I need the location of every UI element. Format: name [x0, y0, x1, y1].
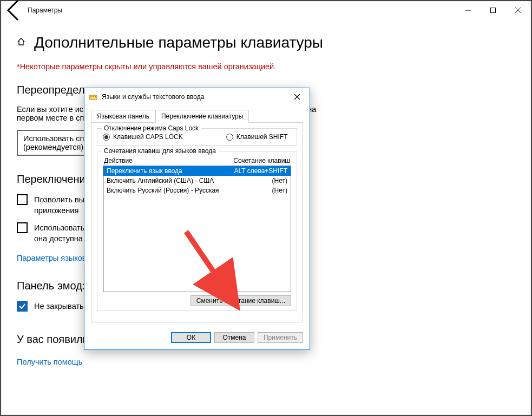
- svg-rect-5: [95, 96, 96, 97]
- window-title: Параметры: [28, 6, 62, 14]
- page-title: Дополнительные параметры клавиатуры: [34, 34, 323, 51]
- group-capslock-off: Отключение режима Caps Lock Клавишей CAP…: [97, 128, 297, 146]
- group-input-hotkeys: Сочетания клавиш для языков ввода Действ…: [97, 151, 297, 311]
- list-item-keys: ALT слева+SHIFT: [234, 167, 288, 175]
- tab-keyboard-switch[interactable]: Переключение клавиатуры: [155, 110, 249, 123]
- policy-warning: *Некоторые параметры скрыты или управляю…: [17, 62, 515, 71]
- col-keys: Сочетание клавиш: [233, 157, 290, 164]
- list-item-action: Включить Русский (Россия) - Русская: [107, 187, 219, 194]
- list-item[interactable]: Переключить язык ввода ALT слева+SHIFT: [103, 166, 291, 176]
- svg-rect-3: [90, 96, 91, 97]
- checkbox-per-app-input[interactable]: [17, 194, 28, 205]
- ok-button[interactable]: ОК: [171, 332, 211, 343]
- col-action: Действие: [104, 157, 133, 164]
- radio-icon: [226, 134, 233, 141]
- radio-caps-caps[interactable]: Клавишей CAPS LOCK: [103, 133, 183, 141]
- apply-button[interactable]: Применить: [258, 332, 303, 343]
- radio-label: Клавишей CAPS LOCK: [113, 133, 183, 141]
- close-button[interactable]: [505, 2, 530, 19]
- radio-label: Клавишей SHIFT: [237, 133, 288, 141]
- list-item-action: Включить Английский (США) - США: [107, 177, 214, 184]
- text-services-dialog: Языки и службы текстового ввода Языковая…: [84, 88, 310, 350]
- tab-language-panel[interactable]: Языковая панель: [91, 110, 155, 122]
- home-icon[interactable]: [17, 37, 25, 48]
- checkbox-keep-emoji-panel[interactable]: [17, 301, 28, 312]
- checkbox-desktop-lang-bar[interactable]: [17, 222, 28, 233]
- maximize-button[interactable]: [481, 2, 505, 19]
- radio-icon: [103, 134, 110, 141]
- back-button[interactable]: [2, 2, 28, 19]
- list-item-action: Переключить язык ввода: [107, 167, 182, 175]
- svg-rect-1: [491, 8, 496, 13]
- get-help-link[interactable]: Получить помощь: [17, 358, 82, 366]
- svg-rect-4: [93, 96, 94, 97]
- group-capslock-legend: Отключение режима Caps Lock: [102, 124, 201, 132]
- dialog-titlebar: Языки и службы текстового ввода: [84, 88, 310, 105]
- minimize-button[interactable]: [456, 2, 481, 19]
- radio-caps-shift[interactable]: Клавишей SHIFT: [226, 133, 288, 141]
- list-item[interactable]: Включить Русский (Россия) - Русская (Нет…: [103, 186, 291, 195]
- keyboard-icon: [89, 93, 97, 101]
- hotkey-listbox[interactable]: Переключить язык ввода ALT слева+SHIFT В…: [103, 166, 291, 292]
- dialog-title: Языки и службы текстового ввода: [102, 93, 204, 101]
- list-item[interactable]: Включить Английский (США) - США (Нет): [103, 176, 291, 186]
- change-hotkey-button[interactable]: Сменить сочетание клавиш...: [191, 295, 291, 306]
- window-titlebar: Параметры: [2, 2, 530, 19]
- list-item-keys: (Нет): [272, 177, 287, 184]
- cancel-button[interactable]: Отмена: [214, 332, 254, 343]
- group-hotkeys-legend: Сочетания клавиш для языков ввода: [102, 147, 218, 155]
- list-item-keys: (Нет): [272, 187, 287, 194]
- dialog-close-button[interactable]: [289, 90, 305, 103]
